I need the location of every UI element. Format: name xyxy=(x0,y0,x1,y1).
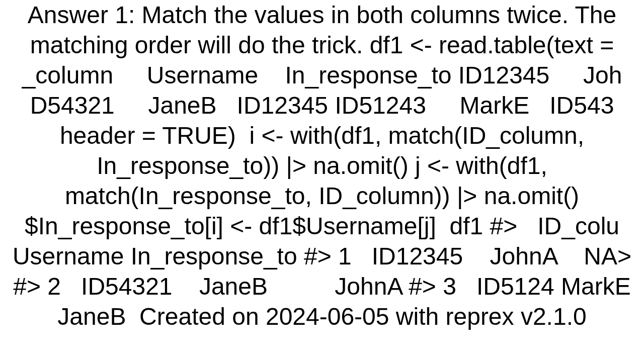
document-text: Answer 1: Match the values in both colum… xyxy=(0,0,644,332)
